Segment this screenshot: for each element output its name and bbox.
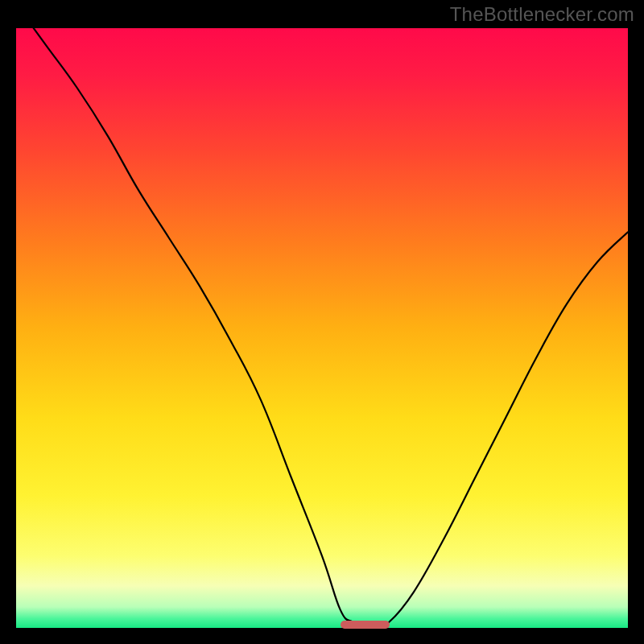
plot-area: [16, 28, 628, 628]
chart-container: TheBottlenecker.com: [0, 0, 644, 644]
optimal-range-marker: [341, 621, 390, 629]
attribution-label: TheBottlenecker.com: [450, 3, 634, 26]
bottleneck-curve: [16, 28, 628, 628]
